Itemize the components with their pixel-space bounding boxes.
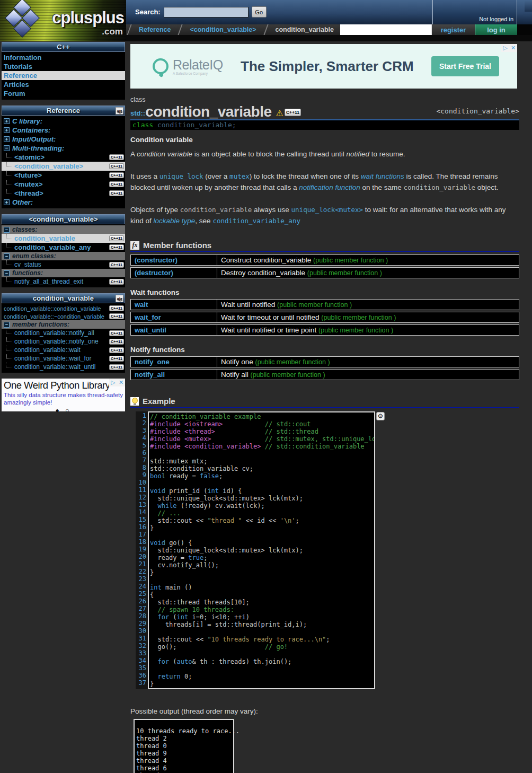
sidebar-item[interactable]: <future>C++11 <box>2 171 125 180</box>
sidebar-item[interactable]: Tutorials <box>2 62 125 71</box>
function-link[interactable]: notify_all <box>131 370 217 380</box>
code-settings-gear-icon[interactable]: ⚙ <box>376 412 385 420</box>
sidebar-item[interactable]: condition_variable::~condition_variableC… <box>2 312 125 320</box>
sidebar-item-label: <condition_variable> <box>14 162 107 170</box>
cpp11-badge: C++11 <box>109 356 124 362</box>
sidebar-group-header[interactable]: −classes: <box>2 225 125 234</box>
wait-functions-label: Wait functions <box>130 288 519 296</box>
wait-functions-table: waitWait until notified (public member f… <box>130 299 519 336</box>
sidebar-item[interactable]: Forum <box>2 89 125 98</box>
cpp11-badge: C++11 <box>109 163 124 169</box>
sidebar-ad[interactable]: ▷ ✕ One Weird Python Library This silly … <box>2 379 125 411</box>
function-link[interactable]: (constructor) <box>131 255 217 265</box>
ad-brand-logo[interactable]: RelateIQ A Salesforce Company <box>153 57 223 75</box>
inline-link[interactable]: unique_lock<mutex> <box>291 206 363 214</box>
collapse-icon[interactable]: − <box>4 270 10 276</box>
function-link[interactable]: (destructor) <box>131 268 217 278</box>
sidebar-item[interactable]: condition_variable::waitC++11 <box>2 346 125 354</box>
adchoices-icon[interactable]: ▷ <box>501 44 509 52</box>
code-line: // condition_variable example <box>150 413 374 420</box>
adchoices-icon[interactable]: ▷ <box>109 379 117 387</box>
sidebar-item[interactable]: condition_variable::wait_forC++11 <box>2 354 125 363</box>
sidebar-item[interactable]: condition_variable::wait_untilC++11 <box>2 363 125 371</box>
breadcrumb-item[interactable]: <condition_variable> <box>183 24 262 35</box>
sidebar-item[interactable]: <atomic>C++11 <box>2 153 125 162</box>
sidebar-item[interactable]: +Other: <box>2 198 125 207</box>
sidebar-item[interactable]: <condition_variable>C++11 <box>2 162 125 171</box>
expand-icon[interactable]: + <box>4 118 10 124</box>
code-line: std::cout << "thread " << id << '\n'; <box>150 517 374 524</box>
sidebar-group-header[interactable]: −enum classes: <box>2 252 125 260</box>
code-source[interactable]: // condition_variable example#include <i… <box>148 411 375 689</box>
collapse-icon[interactable]: − <box>4 227 10 233</box>
sidebar-item[interactable]: cv_statusC++11 <box>2 260 125 269</box>
search-go-button[interactable]: Go <box>252 6 267 17</box>
search-input[interactable] <box>164 7 249 17</box>
ad-headline[interactable]: The Simpler, Smarter CRM <box>223 58 431 75</box>
function-link[interactable]: wait <box>131 300 217 310</box>
site-logo[interactable]: cplusplus .com <box>0 0 126 41</box>
expand-icon[interactable]: + <box>4 136 10 142</box>
sidebar-item[interactable]: condition_variableC++11 <box>2 234 125 243</box>
sidebar-item-label: notify_all_at_thread_exit <box>14 278 107 285</box>
sidebar-item[interactable]: Articles <box>2 80 125 89</box>
sidebar-item[interactable]: notify_all_at_thread_exitC++11 <box>2 277 125 286</box>
description-paragraph: Objects of type condition_variable alway… <box>130 204 519 226</box>
sidebar-item[interactable]: Information <box>2 53 125 62</box>
inline-link[interactable]: notification function <box>299 183 360 191</box>
sidebar-ad-carousel-dots[interactable]: ● ○ <box>4 407 123 414</box>
ad-cta-button[interactable]: Start Free Trial <box>431 56 499 76</box>
cpp11-badge: C++11 <box>109 305 124 311</box>
sidebar-ad-headline[interactable]: One Weird Python Library <box>4 380 123 391</box>
code-line <box>150 651 374 658</box>
sidebar-item[interactable]: −Multi-threading: <box>2 144 125 153</box>
inline-link[interactable]: condition_variable_any <box>212 217 300 225</box>
text-segment: A <box>130 150 137 158</box>
collapse-icon[interactable]: − <box>4 322 10 328</box>
sidebar-group-header[interactable]: −functions: <box>2 269 125 277</box>
code-line: while (!ready) cv.wait(lck); <box>150 502 374 510</box>
inline-link[interactable]: wait functions <box>361 172 404 180</box>
code-line: std::thread threads[10]; <box>150 599 374 606</box>
ad-close-icon[interactable]: ✕ <box>509 44 517 52</box>
sidebar-item[interactable]: +C library: <box>2 117 125 126</box>
sidebar-item[interactable]: condition_variable_anyC++11 <box>2 243 125 252</box>
member-type-suffix: (public member function ) <box>251 371 325 379</box>
breadcrumb-item[interactable]: condition_variable <box>269 24 340 35</box>
sidebar-item-label: <atomic> <box>14 153 107 161</box>
function-link[interactable]: wait_for <box>131 312 217 322</box>
sort-alpha-icon[interactable]: a|z <box>116 107 123 115</box>
sidebar-ad-body[interactable]: This silly data structure makes thread-s… <box>4 391 123 406</box>
sidebar-item[interactable]: Reference <box>2 71 125 80</box>
inline-link[interactable]: unique_lock <box>159 172 203 180</box>
sidebar-item[interactable]: condition_variable::condition_variableC+… <box>2 304 125 312</box>
sidebar-item-label: Multi-threading: <box>12 144 124 152</box>
sidebar-group-header[interactable]: −member functions: <box>2 320 125 329</box>
code-line: cv.notify_all(); <box>150 561 374 569</box>
sidebar-panel: C++InformationTutorialsReferenceArticles… <box>2 42 125 100</box>
sidebar-item[interactable]: condition_variable::notify_oneC++11 <box>2 337 125 346</box>
inline-link[interactable]: lockable type <box>154 217 196 225</box>
collapse-icon[interactable]: − <box>4 253 10 259</box>
register-button[interactable]: register <box>431 24 475 35</box>
breadcrumb-item[interactable]: Reference <box>132 24 177 35</box>
sidebar-item[interactable]: +Input/Output: <box>2 135 125 144</box>
sidebar-item[interactable]: +Containers: <box>2 126 125 135</box>
ad-close-icon[interactable]: ✕ <box>117 379 125 387</box>
tree-connector <box>6 363 12 367</box>
sidebar-item[interactable]: condition_variable::notify_allC++11 <box>2 329 125 337</box>
collapse-icon[interactable]: − <box>4 145 10 151</box>
banner-ad[interactable]: ▷ ✕ RelateIQ A Salesforce Company The Si… <box>130 44 517 89</box>
function-link[interactable]: notify_one <box>131 357 217 367</box>
expand-icon[interactable]: + <box>4 127 10 133</box>
sidebar-item[interactable]: <mutex>C++11 <box>2 180 125 189</box>
login-button[interactable]: log in <box>475 24 517 35</box>
code-line: std::cout << "10 threads ready to race..… <box>150 636 374 643</box>
function-link[interactable]: wait_until <box>131 325 217 335</box>
inline-link[interactable]: mutex <box>229 172 250 180</box>
expand-icon[interactable]: + <box>4 199 10 205</box>
sidebar-item-label: condition_variable::wait_until <box>14 363 107 371</box>
sort-alpha-icon[interactable]: a|z <box>116 295 123 302</box>
sidebar-item[interactable]: <thread>C++11 <box>2 189 125 198</box>
sidebar-item-label: Tutorials <box>4 63 124 71</box>
